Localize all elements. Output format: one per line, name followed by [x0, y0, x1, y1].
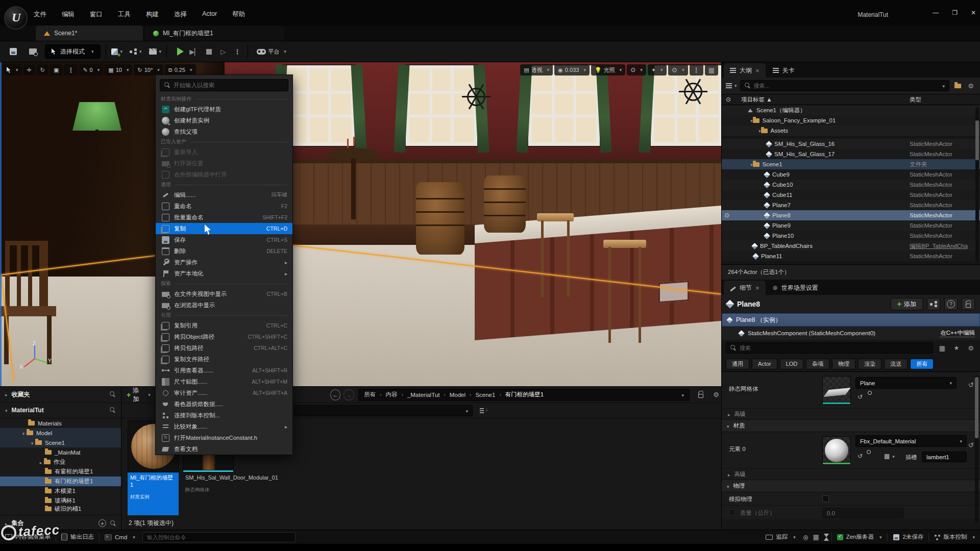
caret-icon[interactable] [29, 440, 35, 446]
menu-item-save[interactable]: 保存CTRL+S [156, 234, 292, 245]
chip-physics[interactable]: 物理 [832, 359, 855, 369]
translate-tool[interactable]: ✛ [23, 64, 35, 76]
menu-item-copy-object-path[interactable]: 拷贝Object路径CTRL+SHIFT+C [156, 331, 292, 342]
tab-scene1[interactable]: Scene1* [36, 26, 143, 41]
cinematics-button[interactable] [149, 46, 162, 57]
tree-folder-windowwall[interactable]: 有窗框的墙壁1 [0, 467, 121, 477]
favorites-section[interactable]: 收藏夹 [0, 387, 121, 403]
outliner-row-actor[interactable]: Cube10StaticMeshActor [722, 180, 980, 190]
close-button[interactable]: ✕ [971, 9, 976, 16]
outliner-search[interactable] [740, 80, 949, 91]
rotation-snap[interactable]: ↻10° [134, 64, 163, 76]
menu-file[interactable]: 文件 [34, 10, 46, 19]
menu-item-create-gltf-proxy[interactable]: 创建glTF代理材质 [156, 104, 292, 115]
chip-general[interactable]: 通用 [726, 359, 749, 369]
details-search-input[interactable] [740, 345, 928, 351]
outliner-row-world[interactable]: Scene1（编辑器） [722, 105, 980, 115]
menu-item-create-material-instance[interactable]: 创建材质实例 [156, 115, 292, 126]
outliner-row-folder[interactable]: Saloon_Fancy_Example_01 [722, 115, 980, 126]
tree-folder-materials[interactable]: Materials [0, 418, 121, 428]
path-options-chevron[interactable] [679, 391, 684, 398]
menu-item-duplicate[interactable]: 复制CTRL+D [156, 223, 292, 234]
breadcrumb-content[interactable]: 内容 [386, 391, 398, 398]
maximize-button[interactable]: ❐ [952, 9, 958, 16]
tree-folder-doorwall-selected[interactable]: 有门框的墙壁1 [0, 477, 121, 486]
edit-blueprint-link[interactable]: 编辑BP_TableAndCha [910, 242, 974, 250]
asset-filter-box[interactable] [294, 405, 473, 416]
mass-override-checkbox[interactable] [729, 509, 736, 516]
new-folder-button[interactable] [952, 81, 963, 91]
blueprints-button[interactable] [130, 46, 142, 57]
minimize-button[interactable]: — [933, 9, 939, 16]
level-viewport[interactable]: Z Y X ✛ ↻ ▣ ✎0 ▦10 ↻10° ⧉0.25 ▤透视 ◉0.033… [0, 62, 721, 386]
lock-details-button[interactable] [962, 298, 975, 310]
outliner-scrollbar-thumb[interactable] [975, 120, 979, 160]
menu-select[interactable]: 选择 [174, 10, 187, 19]
project-section[interactable]: MaterialTut [0, 403, 121, 418]
tab-levels[interactable]: 关卡 [767, 63, 801, 78]
menu-item-view-documentation[interactable]: 查看文档 [156, 443, 292, 455]
maximize-viewport-button[interactable] [705, 64, 718, 76]
menu-item-copy-package-path[interactable]: 拷贝包路径CTRL+ALT+C [156, 342, 292, 354]
tree-folder-model[interactable]: Model [0, 428, 121, 438]
zen-server-button[interactable]: Zen服务器 [832, 530, 887, 544]
menu-item-reference-viewer[interactable]: 引用查看器......ALT+SHIFT+R [156, 365, 292, 376]
caret-icon[interactable] [758, 128, 761, 134]
tree-folder-mainmat[interactable]: _MainMat [0, 447, 121, 457]
details-settings-button[interactable] [966, 343, 976, 353]
menu-item-batch-rename[interactable]: 批量重命名SHIFT+F2 [156, 212, 292, 223]
preview-effects[interactable]: ✦ [648, 64, 667, 76]
target-icon[interactable]: ◎ [801, 532, 811, 542]
menu-item-show-in-explorer[interactable]: 在浏览器中显示 [156, 299, 292, 311]
visibility-eye-icon[interactable] [722, 212, 732, 219]
caret-icon[interactable] [750, 117, 753, 123]
menu-window[interactable]: 窗口 [90, 10, 103, 19]
component-row-staticmesh[interactable]: StaticMeshComponent (StaticMeshComponent… [722, 327, 980, 340]
sort-icon[interactable] [480, 408, 487, 414]
viewport-select-tool[interactable] [3, 64, 22, 76]
content-drawer-button[interactable]: 内容侧滑菜单 [0, 530, 56, 544]
menu-build[interactable]: 构建 [146, 10, 159, 19]
label-column[interactable]: 项目标签 ▲ [741, 96, 772, 104]
caret-icon[interactable] [20, 430, 27, 436]
skip-button[interactable]: ▶▏ [189, 46, 200, 57]
section-physics[interactable]: 物理 [722, 480, 980, 492]
menu-item-delete[interactable]: 删除DELETE [156, 245, 292, 257]
editor-mode-select[interactable]: 选择模式 [45, 44, 101, 59]
menu-edit[interactable]: 编辑 [62, 10, 75, 19]
menu-item-audit-assets[interactable]: 审计资产......ALT+SHIFT+A [156, 387, 292, 398]
outliner-row-actor[interactable]: SM_His_Sal_Glass_17StaticMeshActor [722, 149, 980, 159]
chip-actor[interactable]: Actor [752, 359, 777, 369]
outliner-row-actor[interactable]: SM_His_Sal_Glass_16StaticMeshActor [722, 139, 980, 149]
unsaved-button[interactable]: 2未保存 [888, 530, 929, 544]
grid-snap[interactable]: ▦10 [105, 64, 132, 76]
scale-tool[interactable]: ▣ [50, 64, 62, 76]
tab-outliner[interactable]: 大纲 [724, 63, 766, 78]
menu-item-diff-objects[interactable]: 比较对象...... [156, 421, 292, 432]
viewport-settings[interactable] [668, 64, 688, 76]
add-content-button[interactable]: +添加 [127, 386, 151, 404]
show-flags[interactable] [627, 64, 646, 76]
favorites-button[interactable] [951, 343, 962, 353]
menu-item-edit[interactable]: 编辑......回车键 [156, 189, 292, 201]
display-mode-button[interactable] [937, 343, 947, 353]
tree-folder-beam[interactable]: 木横梁1 [0, 486, 121, 496]
outliner-row-folder[interactable]: Assets [722, 126, 980, 136]
camera-speed[interactable]: ◉0.033 [554, 64, 590, 76]
breadcrumb-model[interactable]: Model [450, 392, 465, 398]
menu-item-asset-localization[interactable]: 资产本地化 [156, 268, 292, 279]
collections-section[interactable]: 集合 + [0, 515, 121, 531]
menu-item-open-external-editor[interactable]: 在外部编辑器中打开 [156, 169, 292, 180]
platforms-button[interactable]: 平台 [253, 46, 290, 57]
tab-material-instance[interactable]: MI_有门框的墙壁1 [145, 26, 284, 41]
outliner-row-actor[interactable]: Cube11StaticMeshActor [722, 190, 980, 200]
advanced-collapsed[interactable]: 高级 [722, 409, 980, 420]
breadcrumb-materialtut[interactable]: _MaterialTut [407, 392, 440, 398]
menu-item-open-header-file[interactable]: 打开MaterialInstanceConstant.h [156, 432, 292, 443]
menu-item-show-in-folder-view[interactable]: 在文件夹视图中显示CTRL+B [156, 288, 292, 299]
tree-folder-glass[interactable]: 玻璃杯1 [0, 496, 121, 506]
add-collection-icon[interactable]: + [99, 519, 106, 527]
search-options-chevron[interactable] [940, 82, 945, 89]
mass-field[interactable]: 0.0 [822, 508, 904, 518]
play-options-button[interactable] [232, 46, 242, 57]
